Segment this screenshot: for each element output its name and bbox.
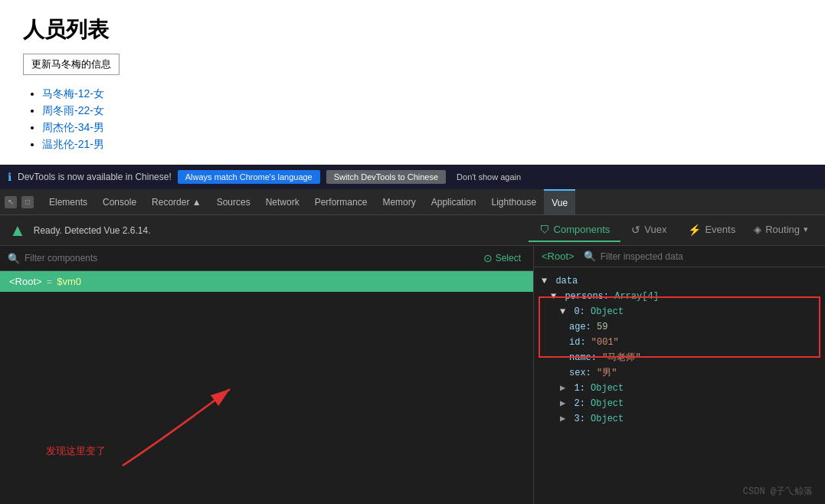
- triangle-icon: ▶: [560, 383, 565, 394]
- persons-value: Array[4]: [614, 291, 659, 302]
- item3-value: Object: [591, 414, 624, 424]
- devtools-inspect-icon[interactable]: □: [21, 196, 34, 208]
- tab-console[interactable]: Console: [95, 189, 144, 214]
- page-title: 人员列表: [23, 15, 802, 44]
- annotation-area: 发现这里变了: [0, 292, 533, 504]
- annotation-text: 发现这里变了: [46, 444, 106, 458]
- arrow-svg: [107, 374, 260, 481]
- info-icon: ℹ: [8, 171, 11, 183]
- item1-key: 1:: [574, 383, 591, 394]
- tab-vuex[interactable]: ↺ Vuex: [620, 219, 677, 242]
- list-item: 周冬雨-22-女: [42, 104, 802, 118]
- notification-text: DevTools is now available in Chinese!: [18, 172, 172, 182]
- tab-performance[interactable]: Performance: [307, 189, 375, 214]
- vue-ready-text: Ready. Detected Vue 2.6.14.: [34, 225, 529, 236]
- tab-network[interactable]: Network: [258, 189, 307, 214]
- tab-components[interactable]: ⛉ Components: [529, 219, 621, 242]
- events-label: Events: [705, 224, 735, 235]
- inspector-panel: <Root> 🔍 ▼ data ▼ persons: Array[4]: [534, 246, 825, 504]
- id-line: id: "001": [542, 335, 817, 350]
- inspector-filter-input[interactable]: [601, 251, 817, 262]
- list-item: 马冬梅-12-女: [42, 87, 802, 101]
- switch-chinese-button[interactable]: Switch DevTools to Chinese: [326, 170, 446, 184]
- events-icon: ⚡: [688, 224, 701, 236]
- inspector-root-tag: <Root>: [542, 250, 575, 262]
- vue-logo: ▲: [9, 221, 26, 241]
- devtools-notification-bar: ℹ DevTools is now available in Chinese! …: [0, 165, 825, 189]
- id-key: id:: [569, 337, 591, 348]
- sex-key: sex:: [569, 368, 597, 378]
- vue-panel: ▲ Ready. Detected Vue 2.6.14. ⛉ Componen…: [0, 215, 825, 504]
- item0-line: ▼ 0: Object: [542, 304, 817, 319]
- tab-recorder[interactable]: Recorder ▲: [144, 189, 209, 214]
- always-match-button[interactable]: Always match Chrome's language: [178, 170, 320, 184]
- routing-icon: ◈: [754, 224, 761, 235]
- tab-sources[interactable]: Sources: [209, 189, 258, 214]
- routing-dropdown-icon: ▾: [804, 224, 808, 234]
- sex-line: sex: "男": [542, 365, 817, 381]
- item3-key: 3:: [574, 414, 591, 424]
- triangle-icon: ▶: [560, 414, 565, 424]
- components-icon: ⛉: [539, 224, 550, 236]
- age-key: age:: [569, 322, 597, 332]
- dont-show-button[interactable]: Don't show again: [452, 170, 525, 184]
- vue-content: 🔍 ⊙ Select <Root> = $vm0 发现这里变了: [0, 246, 825, 504]
- item2-key: 2:: [574, 398, 591, 409]
- csdn-watermark: CSDN @子乀鲸落: [743, 485, 813, 498]
- components-label: Components: [554, 224, 611, 235]
- triangle-icon: ▶: [560, 398, 565, 409]
- item1-value: Object: [591, 383, 624, 394]
- tab-vue[interactable]: Vue: [544, 189, 575, 214]
- age-value: 59: [597, 322, 607, 332]
- item3-line: ▶ 3: Object: [542, 411, 817, 427]
- filter-components-input[interactable]: [25, 253, 474, 263]
- inspector-search-icon: 🔍: [584, 250, 596, 262]
- vue-nav-tabs: ⛉ Components ↺ Vuex ⚡ Events ◈ Routing ▾: [529, 219, 816, 242]
- inspector-header: <Root> 🔍: [534, 246, 825, 267]
- sex-value: "男": [597, 368, 617, 378]
- item2-line: ▶ 2: Object: [542, 396, 817, 411]
- triangle-icon: ▼: [560, 306, 565, 317]
- tab-events[interactable]: ⚡ Events: [677, 219, 746, 242]
- component-tree-panel: 🔍 ⊙ Select <Root> = $vm0 发现这里变了: [0, 246, 534, 504]
- main-content: 人员列表 更新马冬梅的信息 马冬梅-12-女 周冬雨-22-女 周杰伦-34-男…: [0, 0, 825, 165]
- root-equals: =: [47, 276, 53, 287]
- root-vm-var: $vm0: [57, 276, 81, 287]
- item2-value: Object: [591, 398, 624, 409]
- list-item: 周杰伦-34-男: [42, 121, 802, 135]
- list-item: 温兆伦-21-男: [42, 138, 802, 152]
- root-component-row[interactable]: <Root> = $vm0: [0, 271, 533, 292]
- id-value: "001": [591, 337, 619, 348]
- devtools-cursor-icon[interactable]: ↖: [5, 196, 17, 208]
- persons-line: ▼ persons: Array[4]: [542, 289, 817, 304]
- tab-elements[interactable]: Elements: [41, 189, 95, 214]
- age-line: age: 59: [542, 319, 817, 335]
- data-section-header: ▼ data: [542, 273, 817, 289]
- item1-line: ▶ 1: Object: [542, 381, 817, 396]
- update-button[interactable]: 更新马冬梅的信息: [23, 54, 119, 75]
- vue-toolbar: ▲ Ready. Detected Vue 2.6.14. ⛉ Componen…: [0, 215, 825, 246]
- triangle-icon: ▼: [542, 276, 547, 286]
- tab-application[interactable]: Application: [424, 189, 484, 214]
- select-button[interactable]: ⊙ Select: [479, 250, 525, 266]
- data-key: data: [555, 276, 578, 286]
- select-icon: ⊙: [483, 252, 493, 264]
- select-label: Select: [496, 253, 521, 263]
- tab-routing[interactable]: ◈ Routing ▾: [746, 219, 816, 241]
- name-value: "马老师": [602, 352, 640, 363]
- item0-key: 0:: [574, 306, 591, 317]
- persons-key: persons:: [565, 291, 614, 302]
- search-icon: 🔍: [8, 253, 20, 264]
- triangle-icon: ▼: [551, 291, 556, 302]
- filter-bar: 🔍 ⊙ Select: [0, 246, 533, 271]
- name-key: name:: [569, 352, 602, 363]
- devtools-icon-group: ↖ □: [5, 196, 34, 208]
- tab-memory[interactable]: Memory: [375, 189, 423, 214]
- name-line: name: "马老师": [542, 350, 817, 365]
- devtools-tabs-bar: ↖ □ Elements Console Recorder ▲ Sources …: [0, 189, 825, 215]
- routing-label: Routing: [765, 224, 800, 235]
- vuex-label: Vuex: [644, 224, 666, 235]
- tab-lighthouse[interactable]: Lighthouse: [483, 189, 544, 214]
- item0-value: Object: [591, 306, 624, 317]
- root-tag: <Root>: [9, 276, 42, 287]
